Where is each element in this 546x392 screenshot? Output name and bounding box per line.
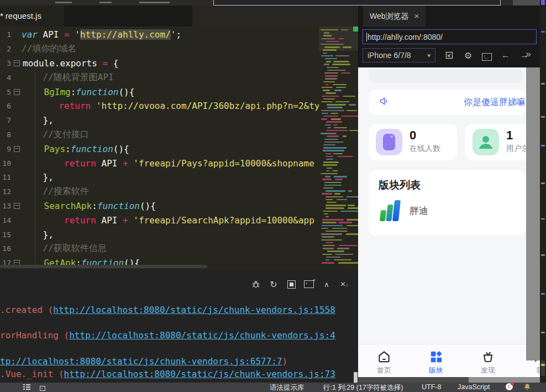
preview-vscrollbar[interactable] <box>526 67 540 360</box>
board-item-logo[interactable] <box>379 199 403 223</box>
fold-marker-icon[interactable] <box>14 203 20 209</box>
settings-gear-icon[interactable]: ⚙ <box>463 50 473 61</box>
preview-hscroll-thumb[interactable] <box>358 377 469 383</box>
editor-hscrollbar[interactable] <box>0 265 207 268</box>
ide-window: *request.js 1var API = 'http://ahlly.com… <box>0 0 546 392</box>
toolbar-button-clipped[interactable] <box>513 0 540 6</box>
tab-home[interactable]: 首页 <box>365 349 403 375</box>
users-count: 1 <box>506 128 513 143</box>
back-arrow-icon[interactable]: ← <box>501 50 511 60</box>
stack-trace-link[interactable]: tp://localhost:8080/static/js/chunk-vend… <box>0 356 282 367</box>
line-number: 12 <box>0 187 13 196</box>
restart-icon[interactable]: ↻ <box>269 279 279 289</box>
open-external-icon[interactable] <box>444 51 454 60</box>
clipped-tab-text <box>139 2 170 3</box>
debug-icon[interactable] <box>251 279 261 289</box>
device-selector-value: iPhone 6/7/8 <box>368 51 411 60</box>
stack-trace-link[interactable]: http://localhost:8080/static/js/chunk-ve… <box>64 369 335 379</box>
code-line[interactable]: 14 return API + 'freeapi/SearchApk?appid… <box>0 213 319 227</box>
status-bar: ›_ 语法提示库 行:1 列:29 (17字符被选择) UTF-8 JavaSc… <box>0 383 546 392</box>
url-text: http://ahlly.com/:8080/ <box>368 33 443 41</box>
line-number: 13 <box>0 202 13 210</box>
stat-card-online[interactable]: 0 在线人数 <box>369 124 457 160</box>
line-number: 3 <box>0 59 13 67</box>
device-selector[interactable]: iPhone 6/7/8 ▾ <box>363 48 435 62</box>
web-browser-tab-label: Web浏览器 <box>370 6 409 27</box>
text-caret <box>366 33 367 41</box>
error-text: .Vue._init ( <box>0 369 64 379</box>
line-number: 10 <box>0 159 13 168</box>
terminal-icon[interactable]: ›_ <box>40 384 45 391</box>
code-line[interactable]: 1var API = 'http://ahlly.com/'; <box>0 28 319 42</box>
editor-tab-requestjs[interactable]: *request.js <box>0 6 64 27</box>
code-line[interactable]: 8 //支付接口 <box>0 128 319 142</box>
update-notification-icon[interactable] <box>506 383 513 390</box>
line-number: 7 <box>0 116 13 124</box>
stack-trace-link[interactable]: http://localhost:8080/static/js/chunk-ve… <box>53 305 335 315</box>
tab-discover[interactable]: 发现 <box>469 349 507 375</box>
console-scroll-nub[interactable] <box>354 372 358 383</box>
code-editor[interactable]: 1var API = 'http://ahlly.com/';2//填你的域名3… <box>0 27 358 269</box>
language-status[interactable]: JavaScript <box>458 383 490 391</box>
code-line[interactable]: 16 //获取软件信息 <box>0 242 319 256</box>
line-number: 6 <box>0 102 13 110</box>
code-line[interactable]: 10 return API + 'freeapi/Pays?appid=1000… <box>0 156 319 170</box>
user-icon-bg <box>473 129 499 155</box>
code-area[interactable]: 1var API = 'http://ahlly.com/';2//填你的域名3… <box>0 28 319 269</box>
console-toolbar: ↻ ›+ ∧ ✕↓ <box>251 279 349 289</box>
clipped-tab-text <box>55 2 72 3</box>
fold-marker-icon[interactable] <box>14 60 20 66</box>
line-number: 1 <box>0 30 13 39</box>
fold-marker-icon[interactable] <box>14 89 20 95</box>
tab-boards[interactable]: 版块 <box>417 349 455 375</box>
close-tab-icon[interactable]: × <box>414 6 419 27</box>
web-browser-tab[interactable]: Web浏览器 × <box>363 6 426 27</box>
new-terminal-icon[interactable]: ›+ <box>304 279 314 289</box>
fold-marker-icon[interactable] <box>14 146 20 152</box>
line-number: 15 <box>0 231 13 239</box>
speaker-icon <box>379 96 390 109</box>
toolbar-search-input-clipped[interactable] <box>213 0 501 6</box>
more-chevrons-icon[interactable]: » <box>526 49 531 60</box>
line-number: 14 <box>0 216 13 224</box>
minimap-marker <box>353 27 358 32</box>
code-line[interactable]: 5 BgImg:function(){ <box>0 85 319 99</box>
code-line[interactable]: 6 return 'http://ovooa.com/API/360bz/api… <box>0 99 319 113</box>
console-terminal-icon[interactable]: ›_ <box>482 50 492 61</box>
encoding-status[interactable]: UTF-8 <box>422 383 441 391</box>
board-item-label[interactable]: 胖迪 <box>410 205 428 217</box>
code-line[interactable]: 12 //搜索软件 <box>0 185 319 199</box>
code-line[interactable]: 9 Pays:function(){ <box>0 142 319 156</box>
code-line[interactable]: 4 //随机背景图API <box>0 70 319 85</box>
online-label: 在线人数 <box>410 144 440 154</box>
code-line[interactable]: 2//填你的域名 <box>0 42 319 56</box>
console-panel: ↻ ›+ ∧ ✕↓ .created (http://localhost:808… <box>0 269 358 383</box>
browser-controls: iPhone 6/7/8 ▾ ⚙ ›_ ← → » <box>363 48 537 63</box>
collapse-icon[interactable]: ∧ <box>322 279 332 289</box>
code-line[interactable]: 13 SearchApk:function(){ <box>0 199 319 213</box>
line-number: 5 <box>0 88 13 96</box>
code-line[interactable]: 3module.exports = { <box>0 56 319 71</box>
cursor-position-status[interactable]: 行:1 列:29 (17字符被选择) <box>323 383 403 392</box>
stop-icon[interactable] <box>286 279 296 289</box>
stack-trace-link[interactable]: http://localhost:8080/static/js/chunk-ve… <box>69 330 335 341</box>
syntax-lib-status[interactable]: 语法提示库 <box>270 383 305 392</box>
chevron-down-icon: ▾ <box>427 52 431 59</box>
minimap[interactable] <box>319 27 358 269</box>
bell-icon[interactable] <box>523 383 531 392</box>
line-number: 8 <box>0 130 13 139</box>
console-line: tp://localhost:8080/static/js/chunk-vend… <box>0 356 358 367</box>
url-bar[interactable]: http://ahlly.com/:8080/ <box>363 29 537 44</box>
basket-icon <box>469 349 507 364</box>
modified-indicator: * <box>0 11 3 20</box>
code-line[interactable]: 15 }, <box>0 227 319 242</box>
user-icon <box>473 129 499 155</box>
code-line[interactable]: 11 }, <box>0 170 319 185</box>
phone-icon <box>383 134 395 150</box>
error-text: ) <box>282 356 288 367</box>
grid-icon <box>417 349 455 364</box>
notice-bar[interactable]: 你是傻逼胖娣嘛 <box>369 90 526 115</box>
code-line[interactable]: 7 }, <box>0 113 319 128</box>
close-console-icon[interactable]: ✕↓ <box>339 279 349 289</box>
top-banner-clipped <box>369 70 523 83</box>
